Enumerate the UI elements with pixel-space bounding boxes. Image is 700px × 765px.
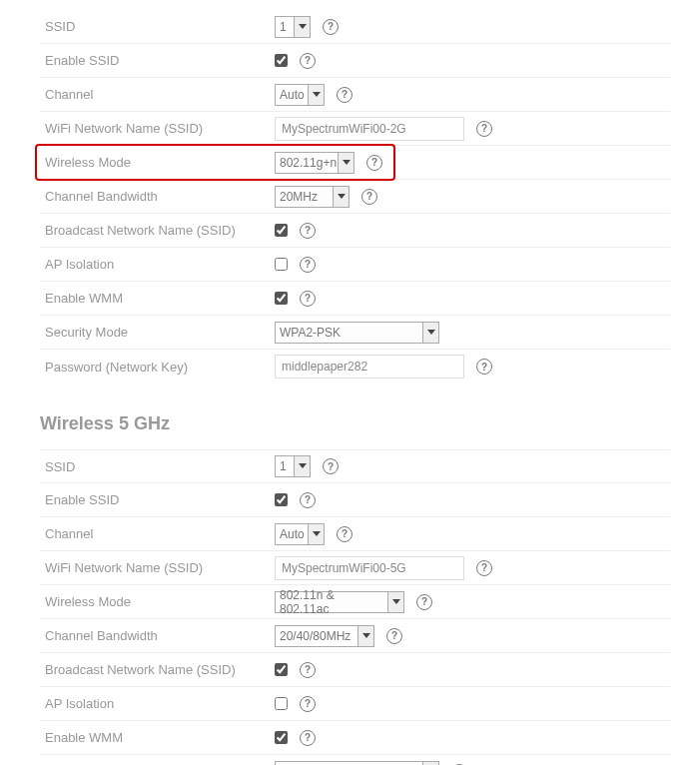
select-security-mode-value: WPA2-PSK: [280, 326, 341, 340]
label-ap-isolation: AP Isolation: [40, 696, 275, 711]
row-5-channel-bandwidth: Channel Bandwidth 20/40/80MHz ?: [40, 619, 670, 653]
help-icon[interactable]: ?: [300, 696, 316, 712]
row-24-ap-isolation: AP Isolation ?: [40, 248, 670, 282]
checkbox-broadcast-ssid[interactable]: [275, 224, 288, 237]
row-24-channel-bandwidth: Channel Bandwidth 20MHz ?: [40, 180, 670, 214]
help-icon[interactable]: ?: [476, 359, 492, 375]
label-password: Password (Network Key): [40, 360, 275, 375]
label-channel: Channel: [40, 87, 275, 102]
svg-marker-7: [392, 599, 400, 604]
select-wireless-mode-value: 802.11n & 802.11ac: [280, 588, 385, 616]
select-security-mode[interactable]: WPA2-PSK: [275, 761, 439, 766]
row-5-broadcast-ssid: Broadcast Network Name (SSID) ?: [40, 653, 670, 687]
help-icon[interactable]: ?: [300, 53, 316, 69]
label-ssid: SSID: [40, 19, 275, 34]
chevron-down-icon: [387, 592, 403, 612]
checkbox-ap-isolation[interactable]: [275, 258, 288, 271]
svg-marker-1: [313, 92, 321, 97]
select-channel-bandwidth-value: 20MHz: [280, 190, 318, 204]
select-channel-value: Auto: [280, 527, 305, 541]
checkbox-ap-isolation[interactable]: [275, 697, 288, 710]
help-icon[interactable]: ?: [337, 526, 352, 542]
help-icon[interactable]: ?: [300, 730, 316, 746]
label-enable-wmm: Enable WMM: [40, 291, 275, 306]
label-wireless-mode: Wireless Mode: [40, 594, 275, 609]
help-icon[interactable]: ?: [361, 189, 377, 205]
row-5-security-mode: Security Mode WPA2-PSK ?: [40, 755, 670, 765]
label-channel: Channel: [40, 526, 275, 541]
chevron-down-icon: [422, 323, 438, 343]
select-channel-bandwidth[interactable]: 20MHz: [275, 186, 350, 208]
svg-marker-0: [299, 24, 307, 29]
row-5-enable-wmm: Enable WMM ?: [40, 721, 670, 755]
help-icon[interactable]: ?: [386, 628, 402, 644]
chevron-down-icon: [333, 187, 349, 207]
checkbox-enable-ssid[interactable]: [275, 493, 288, 506]
row-24-network-name: WiFi Network Name (SSID) ?: [40, 112, 670, 146]
select-ssid[interactable]: 1: [275, 16, 311, 38]
chevron-down-icon: [294, 17, 310, 37]
checkbox-enable-wmm[interactable]: [275, 731, 288, 744]
chevron-down-icon: [294, 456, 310, 476]
select-channel-value: Auto: [280, 88, 305, 102]
svg-marker-2: [343, 160, 350, 165]
row-5-channel: Channel Auto ?: [40, 517, 670, 551]
row-5-ssid: SSID 1 ?: [40, 449, 670, 483]
row-5-network-name: WiFi Network Name (SSID) ?: [40, 551, 670, 585]
chevron-down-icon: [308, 524, 324, 544]
help-icon[interactable]: ?: [323, 19, 339, 35]
select-channel-bandwidth[interactable]: 20/40/80MHz: [275, 625, 374, 647]
select-channel-bandwidth-value: 20/40/80MHz: [280, 629, 350, 643]
select-wireless-mode[interactable]: 802.11n & 802.11ac: [275, 591, 404, 613]
help-icon[interactable]: ?: [476, 560, 492, 576]
help-icon[interactable]: ?: [300, 291, 316, 307]
help-icon[interactable]: ?: [416, 594, 432, 610]
row-24-security-mode: Security Mode WPA2-PSK: [40, 316, 670, 350]
help-icon[interactable]: ?: [366, 155, 382, 171]
select-channel[interactable]: Auto: [275, 84, 325, 106]
label-broadcast-ssid: Broadcast Network Name (SSID): [40, 223, 275, 238]
chevron-down-icon: [357, 626, 373, 646]
row-5-ap-isolation: AP Isolation ?: [40, 687, 670, 721]
chevron-down-icon: [308, 85, 324, 105]
label-network-name: WiFi Network Name (SSID): [40, 121, 275, 136]
row-5-wireless-mode: Wireless Mode 802.11n & 802.11ac ?: [40, 585, 670, 619]
help-icon[interactable]: ?: [476, 121, 492, 137]
label-channel-bandwidth: Channel Bandwidth: [40, 628, 275, 643]
help-icon[interactable]: ?: [300, 257, 316, 273]
svg-marker-4: [427, 330, 435, 335]
help-icon[interactable]: ?: [300, 223, 316, 239]
row-24-enable-ssid: Enable SSID ?: [40, 44, 670, 78]
help-icon[interactable]: ?: [300, 662, 316, 678]
label-network-name: WiFi Network Name (SSID): [40, 560, 275, 575]
select-ssid-value: 1: [280, 459, 287, 473]
input-network-name[interactable]: [275, 556, 464, 580]
label-channel-bandwidth: Channel Bandwidth: [40, 189, 275, 204]
row-24-wireless-mode: Wireless Mode 802.11g+n ?: [40, 146, 670, 180]
label-security-mode: Security Mode: [40, 325, 275, 340]
row-24-enable-wmm: Enable WMM ?: [40, 282, 670, 316]
label-enable-ssid: Enable SSID: [40, 492, 275, 507]
row-24-broadcast-ssid: Broadcast Network Name (SSID) ?: [40, 214, 670, 248]
label-wireless-mode: Wireless Mode: [40, 155, 275, 170]
row-24-channel: Channel Auto ?: [40, 78, 670, 112]
svg-marker-5: [299, 463, 307, 468]
select-wireless-mode-value: 802.11g+n: [280, 156, 337, 170]
svg-marker-8: [362, 633, 370, 638]
label-broadcast-ssid: Broadcast Network Name (SSID): [40, 662, 275, 677]
select-security-mode[interactable]: WPA2-PSK: [275, 322, 439, 344]
checkbox-enable-ssid[interactable]: [275, 54, 288, 67]
select-wireless-mode[interactable]: 802.11g+n: [275, 152, 354, 174]
label-enable-wmm: Enable WMM: [40, 730, 275, 745]
input-network-name[interactable]: [275, 117, 464, 141]
checkbox-enable-wmm[interactable]: [275, 292, 288, 305]
select-ssid[interactable]: 1: [275, 455, 311, 477]
label-enable-ssid: Enable SSID: [40, 53, 275, 68]
help-icon[interactable]: ?: [300, 492, 316, 508]
help-icon[interactable]: ?: [323, 458, 339, 474]
select-channel[interactable]: Auto: [275, 523, 325, 545]
row-24-ssid: SSID 1 ?: [40, 10, 670, 44]
checkbox-broadcast-ssid[interactable]: [275, 663, 288, 676]
help-icon[interactable]: ?: [337, 87, 352, 103]
input-password[interactable]: [275, 355, 464, 379]
